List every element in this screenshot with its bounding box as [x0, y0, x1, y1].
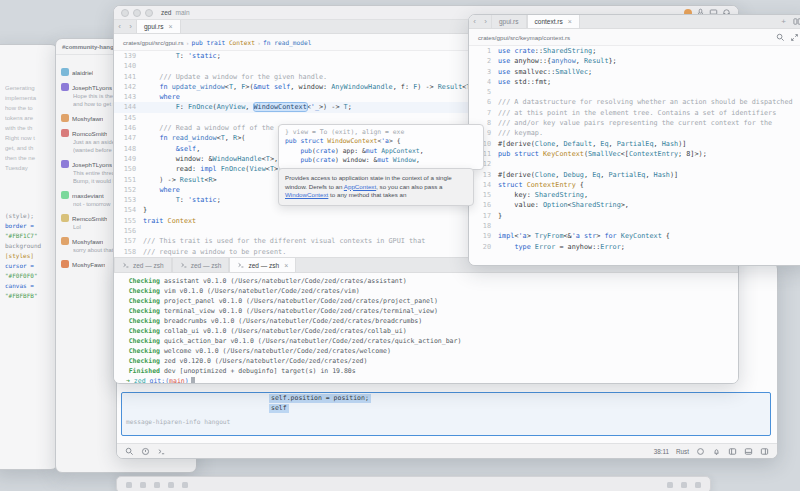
- window-close-button[interactable]: [121, 9, 129, 17]
- line-number: 4: [469, 77, 498, 87]
- code-token: ,: [555, 140, 563, 148]
- toolbar-icon[interactable]: [140, 482, 146, 488]
- code-text: type Error = anyhow::Error;: [498, 242, 625, 252]
- diagnostics-icon[interactable]: [141, 447, 150, 456]
- background-text-line: then the ne: [5, 153, 53, 163]
- code-line[interactable]: 18: [469, 221, 800, 231]
- toolbar-icon[interactable]: [168, 482, 174, 488]
- terminal-output-line: Checking welcome v0.1.0 (/Users/natebutl…: [126, 346, 738, 356]
- expand-icon[interactable]: [790, 33, 799, 42]
- breadcrumb-symbol[interactable]: pub trait Context: [192, 39, 255, 46]
- project-name[interactable]: zed: [161, 9, 171, 16]
- code-token: View: [249, 165, 265, 173]
- nav-back-icon[interactable]: ‹: [114, 20, 125, 33]
- toolbar-icon[interactable]: [667, 482, 673, 488]
- tab-gpui-rs[interactable]: gpui.rs×: [136, 20, 181, 33]
- terminal-output-line: Checking zed v0.120.0 (/Users/natebutler…: [126, 356, 738, 366]
- background-code-line: "#FBFBFB": [5, 291, 53, 301]
- code-token: {: [662, 232, 670, 240]
- code-line[interactable]: 14struct ContextEntry {: [469, 180, 800, 190]
- terminal-text: terminal_view v0.1.0 (/Users/natebutler/…: [160, 307, 438, 315]
- code-token: where: [159, 93, 179, 101]
- window-minimize-button[interactable]: [133, 9, 141, 17]
- bell-icon[interactable]: [712, 447, 721, 456]
- toolbar-icon[interactable]: [126, 482, 132, 488]
- code-line[interactable]: 10#[derive(Clone, Default, Eq, PartialEq…: [469, 139, 800, 149]
- window-zoom-button[interactable]: [145, 9, 153, 17]
- line-number: 19: [469, 231, 498, 241]
- close-icon[interactable]: ×: [568, 18, 572, 25]
- doc-link[interactable]: AppContext: [344, 183, 376, 190]
- code-line[interactable]: 3use smallvec::SmallVec;: [469, 67, 800, 77]
- code-token: };: [609, 57, 617, 65]
- toolbar-icon[interactable]: [154, 482, 160, 488]
- code-editor-context[interactable]: 1use crate::SharedString;2use anyhow::{a…: [469, 46, 800, 265]
- terminal-toggle-icon[interactable]: [157, 447, 166, 456]
- tab-zed-zsh[interactable]: zed — zsh: [114, 258, 172, 272]
- terminal-panel[interactable]: Checking assistant v0.1.0 (/Users/natebu…: [114, 273, 738, 383]
- terminal-text: breadcrumbs v0.1.0 (/Users/natebutler/Co…: [160, 317, 422, 325]
- code-line[interactable]: 2use anyhow::{anyhow, Result};: [469, 56, 800, 66]
- toolbar-icon[interactable]: [681, 482, 687, 488]
- code-line[interactable]: 6/// A datastructure for resolving wheth…: [469, 97, 800, 107]
- cargo-status-word: Checking: [126, 316, 160, 326]
- code-token: [143, 103, 176, 111]
- code-line[interactable]: 19impl<'a> TryFrom<&'a str> for KeyConte…: [469, 231, 800, 241]
- code-line[interactable]: 4use std::fmt;: [469, 77, 800, 87]
- right-dock-icon[interactable]: [760, 447, 769, 456]
- bottom-dock-icon[interactable]: [744, 447, 753, 456]
- code-token: value:: [498, 201, 543, 209]
- background-code-line: background: [5, 241, 53, 251]
- nav-forward-icon[interactable]: ›: [480, 15, 491, 28]
- code-line[interactable]: 7/// at this point in the element tree. …: [469, 108, 800, 118]
- cursor-position[interactable]: 38:11: [654, 448, 669, 455]
- hovered-symbol[interactable]: WindowContext: [254, 103, 307, 111]
- code-token: fn: [159, 83, 167, 91]
- search-icon[interactable]: [776, 33, 785, 42]
- code-line[interactable]: 1use crate::SharedString;: [469, 46, 800, 56]
- code-line[interactable]: 15 key: SharedString,: [469, 190, 800, 200]
- search-icon[interactable]: [125, 447, 134, 456]
- toolbar-icon[interactable]: [182, 482, 188, 488]
- toolbar-icon[interactable]: [695, 482, 701, 488]
- code-text: impl<'a> TryFrom<&'a str> for KeyContext…: [498, 231, 670, 241]
- selection-rectangle[interactable]: [121, 392, 771, 436]
- code-token: Context: [229, 39, 255, 46]
- code-line[interactable]: 9/// keymap.: [469, 128, 800, 138]
- code-line[interactable]: 13#[derive(Clone, Debug, Eq, PartialEq, …: [469, 170, 800, 180]
- code-token: use: [498, 68, 510, 76]
- language-indicator[interactable]: Rust: [676, 448, 689, 455]
- split-pane-icon[interactable]: [793, 17, 800, 26]
- close-icon[interactable]: ×: [284, 262, 288, 269]
- close-icon[interactable]: ×: [169, 23, 173, 30]
- terminal-output-line: Checking project_panel v0.1.0 (/Users/na…: [126, 296, 738, 306]
- doc-link[interactable]: WindowContext: [285, 191, 328, 198]
- code-line[interactable]: 16 value: Option<SharedString>,: [469, 200, 800, 210]
- tab-gpui-rs[interactable]: gpui.rs: [491, 15, 527, 28]
- code-line[interactable]: 12: [469, 159, 800, 169]
- code-text: pub struct KeyContext(SmallVec<[ContextE…: [498, 149, 707, 159]
- selected-code-line[interactable]: self: [269, 404, 289, 413]
- breadcrumb-symbol[interactable]: fn read_model: [263, 39, 311, 46]
- code-line[interactable]: 20 type Error = anyhow::Error;: [469, 242, 800, 252]
- code-line[interactable]: 17}: [469, 211, 800, 221]
- background-text-line: get, and th: [5, 143, 53, 153]
- breadcrumb-path[interactable]: crates/gpui/src/keymap/context.rs: [478, 34, 570, 41]
- copilot-icon[interactable]: [696, 447, 705, 456]
- breadcrumb-path[interactable]: crates/gpui/src/gpui.rs: [123, 39, 184, 46]
- cargo-status-word: Checking: [126, 326, 160, 336]
- line-number: 141: [114, 72, 143, 82]
- nav-forward-icon[interactable]: ›: [125, 20, 136, 33]
- code-line[interactable]: 5: [469, 87, 800, 97]
- tab-zed-zsh[interactable]: zed — zsh×: [229, 258, 296, 272]
- tab-context-rs[interactable]: context.rs×: [527, 15, 580, 28]
- new-tab-icon[interactable]: +: [778, 17, 789, 26]
- nav-back-icon[interactable]: ‹: [469, 15, 480, 28]
- left-dock-icon[interactable]: [728, 447, 737, 456]
- branch-name[interactable]: main: [175, 9, 189, 16]
- selected-code-line[interactable]: self.position = position;: [269, 394, 371, 403]
- tab-zed-zsh[interactable]: zed — zsh: [172, 258, 230, 272]
- code-token: #[derive(: [498, 140, 535, 148]
- code-line[interactable]: 8/// and/or key value pairs representing…: [469, 118, 800, 128]
- code-line[interactable]: 11pub struct KeyContext(SmallVec<[Contex…: [469, 149, 800, 159]
